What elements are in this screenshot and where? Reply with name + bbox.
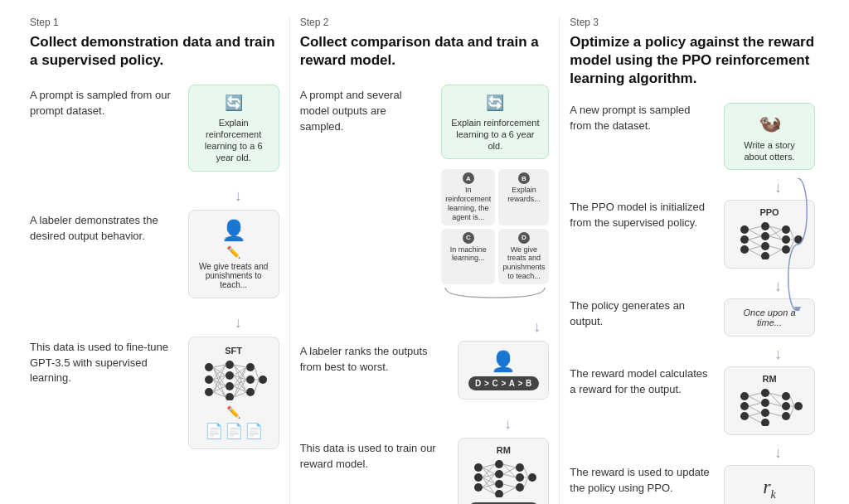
- step1-visual-sft: SFT: [188, 337, 279, 449]
- step3-prompt-card: 🦦 Write a story about otters.: [724, 103, 815, 170]
- svg-line-88: [769, 250, 782, 256]
- svg-line-111: [749, 416, 761, 423]
- step3-label: Step 3: [570, 17, 819, 28]
- svg-line-107: [749, 396, 761, 403]
- output-a: A In reinforcement learning, the agent i…: [441, 169, 495, 225]
- doc-icon-1: 📄: [205, 422, 223, 440]
- output-b-text: Explain rewards...: [507, 186, 541, 203]
- step3-visual-reward: rk: [720, 465, 819, 504]
- step1-labeler-card: 👤 ✏️ We give treats and punishments to t…: [188, 210, 279, 298]
- svg-point-38: [474, 463, 483, 472]
- edit-icon: ✏️: [197, 405, 270, 419]
- step2-label: Step 2: [300, 17, 550, 28]
- sft-neural-net: [201, 359, 267, 400]
- column-step3: Step 3 Optimize a policy against the rew…: [560, 17, 829, 504]
- rm2-neural-net: [736, 386, 803, 426]
- step3-section-prompt: A new prompt is sampled from the dataset…: [570, 103, 819, 170]
- step3-section-ppo: The PPO model is initialized from the su…: [570, 200, 819, 269]
- svg-point-98: [761, 389, 769, 397]
- step3-text-prompt: A new prompt is sampled from the dataset…: [570, 103, 711, 170]
- step3-section-rm: The reward model calculates a reward for…: [570, 366, 819, 435]
- step2-ranked-grid: A In reinforcement learning, the agent i…: [441, 169, 549, 284]
- svg-line-118: [790, 406, 794, 416]
- step2-text-rank: A labeler ranks the outputs from best to…: [300, 341, 449, 376]
- svg-point-97: [740, 412, 749, 420]
- svg-point-45: [516, 463, 524, 472]
- step3-prompt-text: Write a story about otters.: [744, 140, 795, 162]
- rm-label: RM: [465, 445, 541, 455]
- svg-line-79: [749, 226, 761, 230]
- step1-prompt-card: 🔄 Explain reinforcement learning to a 6 …: [188, 85, 279, 172]
- doc-icon-2: 📄: [225, 422, 243, 440]
- svg-point-105: [794, 402, 803, 410]
- svg-line-65: [524, 468, 528, 477]
- svg-line-83: [749, 246, 761, 250]
- svg-point-104: [782, 412, 790, 420]
- column-step2: Step 2 Collect comparison data and train…: [290, 17, 560, 504]
- svg-point-42: [495, 470, 503, 478]
- step2-section-rank: A labeler ranks the outputs from best to…: [300, 341, 550, 400]
- step2-section-prompt: A prompt and several model outputs are s…: [300, 85, 550, 303]
- step2-prompt-card: 🔄 Explain reinforcement learning to a 6 …: [441, 85, 549, 159]
- svg-point-69: [740, 235, 749, 244]
- svg-line-64: [503, 468, 516, 474]
- svg-point-68: [740, 225, 749, 234]
- svg-point-47: [516, 483, 524, 492]
- step1-section-labeler: A labeler demonstrates the desired outpu…: [30, 210, 279, 298]
- doc-icon-3: 📄: [245, 422, 263, 440]
- person-icon: 👤: [197, 219, 270, 242]
- main-container: Step 1 Collect demonstration data and tr…: [0, 0, 849, 504]
- svg-point-103: [782, 402, 790, 410]
- svg-line-35: [255, 367, 259, 380]
- step2-prompt-text: Explain reinforcement learning to a 6 ye…: [451, 118, 539, 152]
- output-c-text: In machine learning...: [450, 245, 487, 263]
- step1-section-prompt: A prompt is sampled from our prompt data…: [30, 85, 279, 172]
- svg-point-40: [474, 483, 483, 492]
- output-b: B Explain rewards...: [498, 169, 549, 225]
- step1-text-prompt: A prompt is sampled from our prompt data…: [30, 85, 178, 119]
- svg-point-102: [782, 392, 790, 400]
- svg-line-109: [749, 406, 761, 413]
- step1-visual-labeler: 👤 ✏️ We give treats and punishments to t…: [188, 210, 279, 298]
- rm2-label: RM: [731, 374, 808, 384]
- feedback-arrow-svg: [781, 178, 814, 311]
- step2-text-prompt: A prompt and several model outputs are s…: [300, 85, 432, 135]
- step3-output-text: Once upon a time...: [744, 308, 796, 327]
- svg-point-2: [205, 388, 213, 396]
- svg-line-81: [749, 236, 761, 240]
- svg-line-87: [769, 246, 782, 250]
- step3-title: Optimize a policy against the reward mod…: [570, 33, 819, 88]
- svg-point-4: [226, 371, 234, 380]
- step1-sft-card: SFT: [188, 337, 279, 449]
- curly-brace-container: [441, 286, 549, 303]
- svg-line-90: [769, 230, 782, 236]
- svg-point-7: [246, 363, 255, 371]
- arrow-down-1a: ↓: [235, 188, 242, 203]
- doc-icons: 📄 📄 📄: [197, 422, 270, 440]
- svg-line-80: [749, 230, 761, 236]
- step1-prompt-text: Explain reinforcement learning to a 6 ye…: [205, 118, 263, 163]
- step1-visual-prompt: 🔄 Explain reinforcement learning to a 6 …: [188, 85, 279, 172]
- curly-brace-svg: [441, 286, 549, 299]
- arrow-down-3d: ↓: [774, 445, 782, 460]
- output-a-text: In reinforcement learning, the agent is.…: [445, 186, 491, 220]
- svg-point-41: [495, 460, 503, 468]
- svg-line-67: [524, 477, 528, 487]
- column-step1: Step 1 Collect demonstration data and tr…: [20, 17, 290, 504]
- svg-point-10: [259, 376, 267, 384]
- arrow-down-2a: ↓: [533, 319, 541, 334]
- svg-point-5: [226, 382, 234, 390]
- rm-neural-net: [470, 458, 536, 497]
- step1-section-sft: This data is used to fine-tune GPT-3.5 w…: [30, 337, 279, 449]
- person-icon-2: 👤: [491, 350, 516, 372]
- refresh-icon: 🔄: [197, 94, 270, 113]
- svg-line-110: [749, 413, 761, 416]
- otter-icon: 🦦: [733, 112, 806, 136]
- step3-visual-rm: RM: [720, 366, 819, 435]
- rank-letter-d: D: [518, 232, 530, 244]
- step1-text-labeler: A labeler demonstrates the desired outpu…: [30, 210, 178, 245]
- svg-point-9: [246, 388, 255, 396]
- step3-visual-prompt: 🦦 Write a story about otters.: [720, 103, 819, 170]
- step2-text-rm: This data is used to train our reward mo…: [300, 438, 449, 472]
- step3-rm-card: RM: [724, 366, 815, 435]
